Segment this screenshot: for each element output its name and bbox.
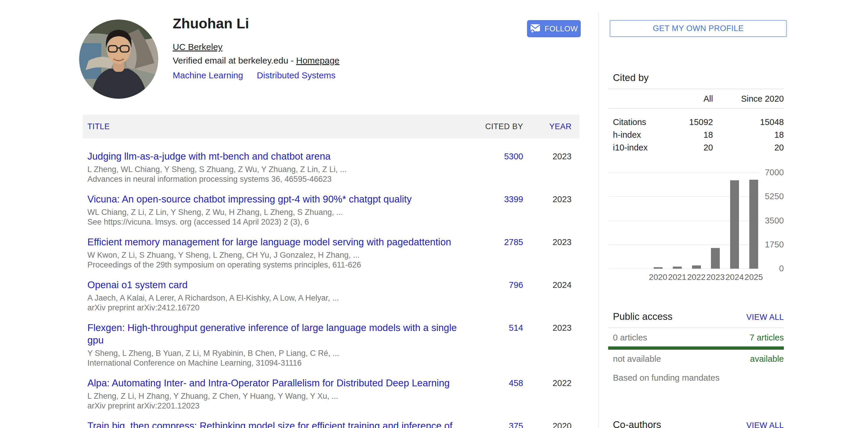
chart-y-axis-label: 7000 [747,168,784,177]
publication-venue: arXiv preprint arXiv:2412.16720 [87,303,461,313]
publication-cited-by-link[interactable]: 514 [479,322,523,333]
publication-venue: arXiv preprint arXiv:2201.12023 [87,401,461,411]
coauthors-view-all-link[interactable]: VIEW ALL [746,421,784,428]
chart-y-axis-label: 0 [747,264,784,274]
publication-cited-by-link[interactable]: 2785 [479,236,523,247]
chart-gridline [608,172,759,173]
column-divider [598,12,599,428]
publication-info: Train big, then compress: Rethinking mod… [87,420,479,428]
publication-row: Flexgen: High-throughput generative infe… [87,313,571,368]
divider-line [608,89,784,89]
chart-y-axis-label: 1750 [747,240,784,250]
publication-authors: L Zheng, Z Li, H Zhang, Y Zhuang, Z Chen… [87,391,461,401]
citation-metrics: Citations 15092 15048 h-index 18 18 i10-… [613,116,784,154]
metric-label: h-index [613,130,663,140]
publication-row: Efficient memory management for large la… [87,227,571,270]
chart-bar-2023[interactable] [711,248,720,269]
publication-row: Judging llm-as-a-judge with mt-bench and… [87,141,571,184]
publication-authors: Y Sheng, L Zheng, B Yuan, Z Li, M Ryabin… [87,348,461,358]
metric-value-since: 20 [713,143,784,152]
publication-cited-by-link[interactable]: 796 [479,279,523,290]
stats-col-since: Since 2020 [713,94,784,104]
homepage-link[interactable]: Homepage [296,56,340,65]
cited-by-heading: Cited by [613,72,649,83]
verified-email-text: Verified email at berkeley.edu - [173,56,296,65]
funding-mandates-note: Based on funding mandates [613,373,719,383]
publication-row: Vicuna: An open-source chatbot impressin… [87,184,571,227]
publication-title-link[interactable]: Vicuna: An open-source chatbot impressin… [87,194,411,204]
publication-title-link[interactable]: Train big, then compress: Rethinking mod… [87,420,452,428]
metric-value-all: 15092 [663,117,713,127]
publication-title-link[interactable]: Efficient memory management for large la… [87,236,451,248]
affiliation-link[interactable]: UC Berkeley [173,42,222,52]
not-available-count: 0 articles [613,333,647,343]
metric-value-since: 18 [713,130,784,140]
citation-metric-row: i10-index 20 20 [613,141,784,154]
citation-metric-row: h-index 18 18 [613,129,784,141]
chart-bar-2022[interactable] [692,265,701,269]
coauthors-heading: Co-authors [613,419,661,428]
chart-y-axis-label: 5250 [747,192,784,201]
publication-venue: International Conference on Machine Lear… [87,358,461,368]
coauthors-header: Co-authors VIEW ALL [613,419,784,428]
metric-value-since: 15048 [713,117,784,127]
publication-info: Vicuna: An open-source chatbot impressin… [87,193,479,227]
interest-machine-learning[interactable]: Machine Learning [173,70,243,80]
public-access-view-all-link[interactable]: VIEW ALL [746,313,784,322]
divider-line [608,327,784,328]
publication-row: Openai o1 system card A Jaech, A Kalai, … [87,270,571,313]
publication-year: 2023 [523,193,571,204]
cited-by-column-header: CITED BY [479,122,523,131]
scholar-profile-page: Zhuohan Li UC Berkeley Verified email at… [0,0,868,428]
chart-x-axis-label: 2025 [740,273,767,282]
follow-button-label: FOLLOW [545,24,578,33]
follow-envelope-plus-icon [530,24,541,34]
available-count: 7 articles [750,333,784,343]
publication-cited-by-link[interactable]: 5300 [479,150,523,162]
interest-distributed-systems[interactable]: Distributed Systems [257,70,336,80]
publication-title-link[interactable]: Judging llm-as-a-judge with mt-bench and… [87,151,331,162]
publication-cited-by-link[interactable]: 458 [479,377,523,388]
publication-title-link[interactable]: Openai o1 system card [87,279,187,290]
publication-cited-by-link[interactable]: 3399 [479,193,523,204]
public-access-header: Public access VIEW ALL [613,311,784,322]
chart-bar-2024[interactable] [730,180,739,269]
publication-info: Efficient memory management for large la… [87,236,479,270]
publication-cited-by-link[interactable]: 375 [479,420,523,428]
publication-year: 2023 [523,150,571,162]
publication-year: 2022 [523,377,571,388]
publication-authors: WL Chiang, Z Li, Z Lin, Y Sheng, Z Wu, H… [87,207,461,217]
available-label: available [750,354,784,364]
chart-bar-2021[interactable] [673,266,682,269]
not-available-label: not available [613,354,661,364]
divider-line [608,108,784,109]
publication-info: Openai o1 system card A Jaech, A Kalai, … [87,279,479,313]
citation-metric-row: Citations 15092 15048 [613,116,784,129]
publication-authors: L Zheng, WL Chiang, Y Sheng, S Zhuang, Z… [87,165,461,174]
publication-title-link[interactable]: Alpa: Automating Inter- and Intra-Operat… [87,377,450,389]
main-column: Zhuohan Li UC Berkeley Verified email at… [83,0,579,428]
chart-bar-2020[interactable] [654,267,662,269]
citations-per-year-chart: 0175035005250700020202021202220232024202… [608,173,784,285]
public-access-labels: not available available [613,354,784,364]
get-my-own-profile-button[interactable]: GET MY OWN PROFILE [610,20,787,37]
publications-list: Judging llm-as-a-judge with mt-bench and… [83,138,579,428]
follow-button[interactable]: FOLLOW [527,20,581,37]
public-access-heading: Public access [613,311,673,322]
publication-year: 2023 [523,322,571,333]
publication-venue: See https://vicuna. lmsys. org (accessed… [87,217,461,227]
sort-by-year-link[interactable]: YEAR [523,122,571,131]
chart-plot-area [608,173,759,269]
publication-year: 2024 [523,279,571,290]
publication-title-link[interactable]: Flexgen: High-throughput generative infe… [87,322,457,345]
publication-info: Alpa: Automating Inter- and Intra-Operat… [87,377,479,411]
profile-photo [79,20,158,99]
publication-year: 2020 [523,420,571,428]
publication-venue: Proceedings of the 29th symposium on ope… [87,260,461,270]
verified-email: Verified email at berkeley.edu - Homepag… [173,56,340,66]
interests: Machine Learning Distributed Systems [173,70,347,80]
profile-photo-image [79,20,158,99]
metric-label: Citations [613,117,663,127]
sidebar: GET MY OWN PROFILE Cited by All Since 20… [608,0,784,428]
sort-by-title-link[interactable]: TITLE [87,122,479,131]
